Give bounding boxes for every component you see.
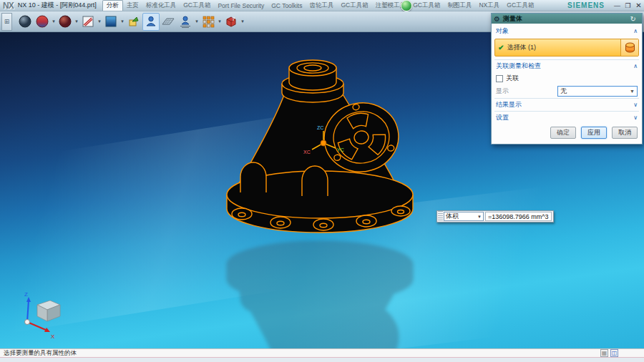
ribbon-tab[interactable]: GC工具箱 xyxy=(503,1,537,11)
dialog-title-bar[interactable]: ⚙ 测量体 ↻ xyxy=(492,14,642,24)
dropdown-caret-icon[interactable]: ▾ xyxy=(217,19,223,24)
green-status-badge-icon xyxy=(401,0,412,11)
minimize-button[interactable]: — xyxy=(612,2,623,9)
section-objects-label: 对象 xyxy=(496,26,509,36)
status-icons: ▦ ◫ xyxy=(600,349,618,357)
dark-sphere-button[interactable] xyxy=(57,13,74,31)
ribbon-tab[interactable]: GC工具箱 xyxy=(180,1,214,11)
ribbon-tab[interactable]: 主页 xyxy=(123,1,142,11)
check-icon: ✔ xyxy=(498,44,504,52)
window-title: NX 10 - 建模 - [阿刚044.prt] xyxy=(18,1,97,10)
export-button[interactable] xyxy=(125,13,142,31)
gear-icon[interactable]: ⚙ xyxy=(494,15,500,23)
part-reflection xyxy=(227,241,413,348)
chevron-down-icon: ▼ xyxy=(630,89,635,94)
cue-text: 选择要测量的具有属性的体 xyxy=(4,349,77,358)
green-arrow-icon xyxy=(127,14,141,29)
ribbon-tab[interactable]: 标准化工具 xyxy=(142,1,180,11)
dropdown-caret-icon[interactable]: ▾ xyxy=(240,19,245,24)
close-button[interactable]: ✕ xyxy=(633,1,644,9)
grid-plane-icon xyxy=(160,14,176,29)
panel-icon[interactable]: ◫ xyxy=(610,349,618,357)
ribbon-tab[interactable]: NX工具 xyxy=(475,1,503,11)
section-results[interactable]: 结果显示 ∨ xyxy=(494,98,639,111)
section-settings[interactable]: 设置 ∨ xyxy=(494,111,639,124)
csys-yc-label: YC xyxy=(337,147,344,152)
dropdown-caret-icon[interactable]: ▾ xyxy=(97,19,102,24)
section-assoc[interactable]: 关联测量和检查 ∧ xyxy=(494,59,639,72)
menu-grid-icon[interactable]: ⊞ xyxy=(1,13,12,31)
person-grid-icon xyxy=(178,14,192,29)
section-frame-icon xyxy=(81,14,95,29)
chevron-down-icon: ▼ xyxy=(477,215,482,219)
role-button[interactable] xyxy=(142,13,160,31)
display-value: 无 xyxy=(560,87,567,96)
dropdown-caret-icon[interactable]: ▾ xyxy=(74,19,79,24)
measurement-type-dropdown[interactable]: 体积 ▼ xyxy=(444,212,484,221)
ribbon-tab[interactable]: GC Toolkits xyxy=(268,1,306,10)
siemens-logo: SIEMENS xyxy=(567,1,605,9)
chevron-down-icon: ∨ xyxy=(633,114,638,121)
csys-zc-label: ZC xyxy=(317,125,323,130)
ribbon-tab-active[interactable]: 分析 xyxy=(102,0,123,11)
body-filter-button[interactable] xyxy=(620,39,638,56)
ribbon-tab[interactable]: Port File Security xyxy=(214,1,268,10)
nx-logo: NX xyxy=(3,1,14,11)
display-row: 显示 无 ▼ xyxy=(494,84,639,98)
ribbon-tab[interactable]: 齿轮工具 xyxy=(306,1,337,11)
triad-x-label: X xyxy=(51,333,55,340)
solid-body-icon xyxy=(624,41,636,54)
assoc-checkbox[interactable] xyxy=(496,75,503,82)
select-body-row[interactable]: ✔ 选择体 (1) xyxy=(494,39,639,57)
status-bar: 选择要测量的具有属性的体 ▦ ◫ xyxy=(0,348,644,357)
ribbon-tab[interactable]: GC工具箱 xyxy=(409,1,444,11)
view-background-button[interactable] xyxy=(102,13,119,31)
ok-button[interactable]: 确定 xyxy=(550,127,576,139)
dialog-body: 对象 ∧ ✔ 选择体 (1) 关联测量和检查 ∧ xyxy=(492,24,642,144)
red-blue-sphere-icon xyxy=(35,14,49,29)
assoc-checkbox-label: 关联 xyxy=(506,74,519,83)
snap-points-icon xyxy=(201,14,215,29)
section-settings-label: 设置 xyxy=(496,113,509,122)
snap-point-button[interactable] xyxy=(200,13,217,31)
datum-plane-button[interactable] xyxy=(160,13,177,31)
part-body-selected[interactable] xyxy=(227,60,413,233)
sphere-icon xyxy=(18,14,32,29)
drag-grip-icon[interactable] xyxy=(438,211,443,222)
ribbon-tab[interactable]: 制图工具 xyxy=(444,1,475,11)
red-cube-question-icon: ? xyxy=(224,14,238,29)
measurement-value: =136098.7966 mm^3 xyxy=(485,212,552,221)
help-cube-button[interactable]: ? xyxy=(223,13,240,31)
pattern-icon[interactable]: ▦ xyxy=(600,349,608,357)
ribbon-tab[interactable]: GC工具箱 xyxy=(337,1,371,11)
measure-body-button[interactable] xyxy=(34,13,51,31)
nx-application-window: NX NX 10 - 建模 - [阿刚044.prt] 分析 主页 标准化工具 … xyxy=(0,0,644,362)
dark-red-sphere-icon xyxy=(58,14,72,29)
measure-sphere-button[interactable] xyxy=(16,13,34,31)
assoc-checkbox-row: 关联 xyxy=(494,72,639,84)
select-body-label: 选择体 (1) xyxy=(507,43,536,52)
svg-text:?: ? xyxy=(232,16,235,21)
display-label: 显示 xyxy=(496,87,509,96)
measurement-type-label: 体积 xyxy=(446,212,459,221)
dialog-buttons: 确定 应用 取消 xyxy=(494,124,639,142)
blue-panel-icon xyxy=(104,14,118,29)
cancel-button[interactable]: 取消 xyxy=(612,127,638,139)
section-objects[interactable]: 对象 ∧ xyxy=(494,25,639,37)
dropdown-caret-icon[interactable]: ▾ xyxy=(51,19,57,24)
title-bar: NX NX 10 - 建模 - [阿刚044.prt] 分析 主页 标准化工具 … xyxy=(0,0,644,11)
chevron-up-icon: ∧ xyxy=(633,28,638,34)
reset-icon[interactable]: ↻ xyxy=(630,15,636,23)
dropdown-caret-icon[interactable]: ▾ xyxy=(119,19,125,24)
csys-xc-label: XC xyxy=(303,150,311,155)
person-grid-button[interactable] xyxy=(177,13,194,31)
section-view-button[interactable] xyxy=(79,13,97,31)
apply-button[interactable]: 应用 xyxy=(581,127,607,139)
dropdown-caret-icon[interactable]: ▾ xyxy=(194,19,200,24)
measurement-result-bar: 体积 ▼ =136098.7966 mm^3 xyxy=(436,210,554,222)
chevron-down-icon: ∨ xyxy=(633,102,638,108)
restore-button[interactable]: ❐ xyxy=(623,2,633,9)
display-dropdown[interactable]: 无 ▼ xyxy=(557,86,638,97)
triad-z-label: Z xyxy=(24,291,28,298)
measure-body-dialog: ⚙ 测量体 ↻ 对象 ∧ ✔ 选择体 (1) xyxy=(491,13,643,145)
